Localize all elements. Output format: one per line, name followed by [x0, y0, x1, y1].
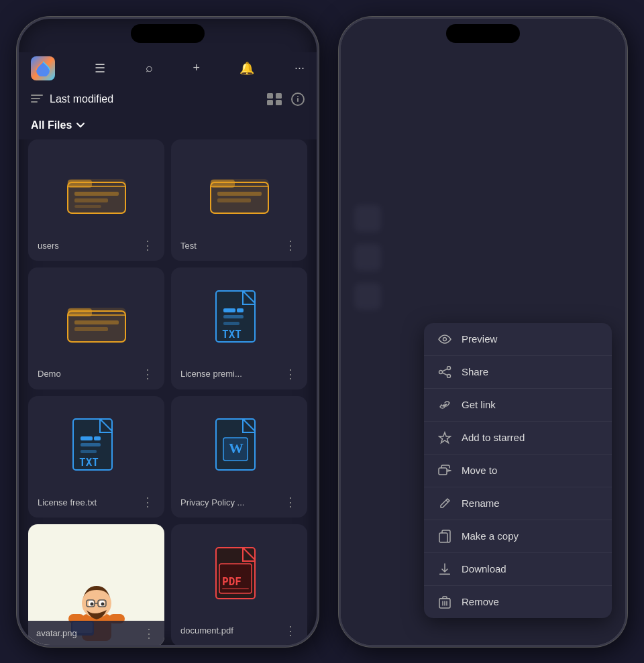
svg-rect-30	[223, 322, 239, 325]
svg-rect-27	[223, 308, 235, 312]
file-bottom: document.pdf ⋮	[180, 618, 298, 638]
star-icon	[437, 430, 452, 445]
folder-icon-test	[209, 168, 270, 215]
file-card-users[interactable]: users ⋮	[28, 139, 164, 261]
header-right	[267, 93, 305, 106]
menu-icon[interactable]: ☰	[95, 61, 105, 76]
file-icon-area: W	[180, 407, 298, 490]
svg-rect-33	[80, 436, 93, 440]
svg-rect-29	[223, 315, 244, 318]
grid-icon[interactable]	[267, 93, 282, 105]
file-name-users: users	[38, 241, 140, 251]
menu-item-make-copy[interactable]: Make a copy	[424, 520, 612, 553]
svg-rect-20	[217, 198, 251, 202]
more-btn-privacy[interactable]: ⋮	[283, 495, 298, 509]
svg-rect-35	[80, 443, 101, 446]
pencil-icon	[437, 496, 452, 511]
file-card-pdf[interactable]: PDF document.pdf ⋮	[171, 524, 307, 646]
svg-rect-67	[439, 533, 447, 542]
app-logo	[31, 56, 55, 80]
copy-icon	[437, 529, 452, 544]
svg-line-63	[442, 373, 447, 375]
all-files-button[interactable]: All Files	[31, 119, 305, 131]
menu-item-add-starred[interactable]: Add to starred	[424, 422, 612, 455]
dynamic-island	[131, 24, 205, 43]
info-icon[interactable]	[291, 93, 305, 106]
menu-item-rename[interactable]: Rename	[424, 487, 612, 520]
svg-rect-5	[267, 100, 273, 105]
top-nav: ☰ ⌕ + 🔔 ···	[19, 52, 317, 87]
download-icon	[437, 562, 452, 577]
svg-rect-34	[94, 436, 101, 440]
svg-rect-9	[297, 96, 299, 97]
svg-rect-18	[211, 180, 235, 188]
svg-rect-23	[68, 308, 92, 316]
svg-rect-8	[297, 98, 299, 102]
menu-item-preview[interactable]: Preview	[424, 323, 612, 356]
svg-point-60	[439, 370, 443, 373]
menu-label-remove: Remove	[462, 596, 499, 607]
file-name-license-free: License free.txt	[38, 497, 140, 507]
file-bottom: License premi... ⋮	[180, 361, 298, 381]
svg-rect-13	[74, 192, 119, 196]
more-btn-users[interactable]: ⋮	[140, 238, 155, 253]
image-card-overlay: avatar.png ⋮	[28, 621, 164, 646]
menu-item-share[interactable]: Share	[424, 356, 612, 389]
side-button-right	[626, 153, 627, 193]
file-bottom: Demo ⋮	[38, 361, 155, 381]
file-card-avatar[interactable]: avatar.png ⋮	[28, 524, 164, 646]
all-files-label: All Files	[31, 119, 72, 131]
search-icon[interactable]: ⌕	[146, 61, 153, 75]
blurred-row	[354, 283, 605, 310]
svg-rect-1	[31, 98, 40, 99]
svg-line-66	[446, 500, 448, 502]
add-icon[interactable]: +	[193, 61, 200, 75]
more-btn-license-free[interactable]: ⋮	[140, 495, 155, 509]
file-bottom: users ⋮	[38, 233, 155, 253]
file-card-privacy[interactable]: W Privacy Policy ... ⋮	[171, 396, 307, 518]
right-phone-content: Preview Share	[341, 19, 625, 645]
svg-rect-14	[74, 198, 108, 202]
more-icon[interactable]: ···	[294, 61, 305, 75]
pdf-icon: PDF	[213, 546, 266, 607]
svg-rect-12	[68, 180, 92, 188]
file-icon-area: TXT	[180, 278, 298, 361]
svg-point-49	[90, 602, 93, 605]
file-name-demo: Demo	[38, 369, 140, 379]
blurred-list	[341, 165, 619, 323]
file-icon-area: PDF	[180, 535, 298, 618]
file-bottom: Privacy Policy ... ⋮	[180, 489, 298, 509]
more-btn-demo[interactable]: ⋮	[140, 367, 155, 381]
svg-point-50	[101, 602, 104, 605]
file-card-demo[interactable]: Demo ⋮	[28, 267, 164, 389]
file-card-license-premi[interactable]: TXT License premi... ⋮	[171, 267, 307, 389]
svg-rect-24	[74, 320, 119, 324]
svg-rect-36	[80, 450, 97, 453]
more-btn-test[interactable]: ⋮	[283, 238, 298, 253]
more-btn-license-premi[interactable]: ⋮	[283, 367, 298, 381]
move-icon	[437, 463, 452, 478]
file-card-test[interactable]: Test ⋮	[171, 139, 307, 261]
all-files-bar[interactable]: All Files	[19, 114, 317, 139]
menu-item-move-to[interactable]: Move to	[424, 455, 612, 487]
menu-item-get-link[interactable]: Get link	[424, 389, 612, 422]
bell-icon[interactable]: 🔔	[239, 61, 254, 76]
right-phone: Preview Share	[339, 17, 627, 647]
menu-label-add-starred: Add to starred	[462, 432, 525, 443]
svg-rect-28	[237, 308, 244, 312]
svg-rect-19	[217, 192, 262, 196]
dropdown-arrow-icon	[76, 122, 85, 129]
more-btn-pdf[interactable]: ⋮	[283, 623, 298, 638]
menu-item-download[interactable]: Download	[424, 553, 612, 586]
word-icon-privacy: W	[213, 418, 266, 478]
more-btn-avatar[interactable]: ⋮	[142, 626, 156, 641]
menu-item-remove[interactable]: Remove	[424, 586, 612, 618]
header: Last modified	[19, 87, 317, 114]
file-card-license-free[interactable]: TXT License free.txt ⋮	[28, 396, 164, 518]
header-title: Last modified	[50, 93, 113, 105]
menu-label-download: Download	[462, 563, 506, 575]
trash-icon	[437, 595, 452, 609]
file-name-avatar: avatar.png	[36, 628, 142, 638]
sort-icon	[31, 95, 43, 104]
svg-rect-68	[439, 573, 450, 575]
